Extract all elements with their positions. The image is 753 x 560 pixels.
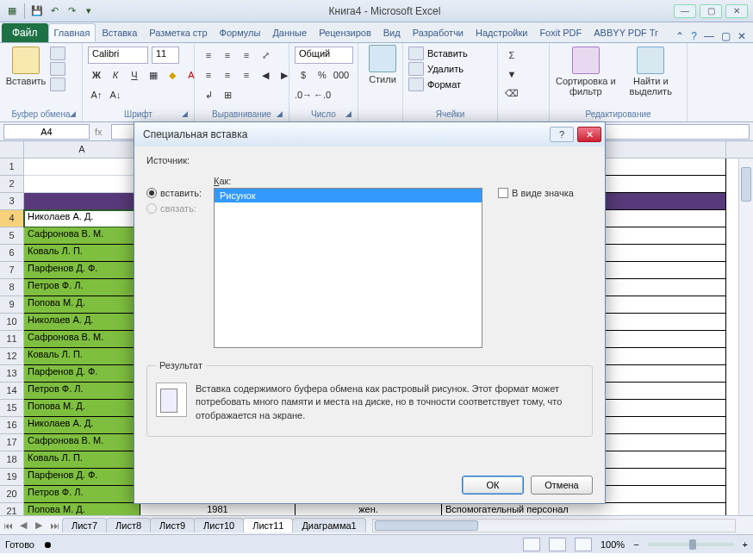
insert-cells-icon[interactable] (408, 47, 424, 60)
sheet-tab[interactable]: Диаграмма1 (292, 518, 365, 532)
cell[interactable]: Петров Ф. Л. (24, 383, 140, 400)
row-header[interactable]: 13 (0, 365, 24, 383)
ribbon-tab[interactable]: Разработчи (407, 23, 470, 42)
insert-cells-label[interactable]: Вставить (427, 48, 468, 59)
sheet-tab[interactable]: Лист10 (194, 518, 244, 532)
cell[interactable]: 1981 (140, 503, 296, 515)
align-right-button[interactable]: ≡ (238, 66, 255, 84)
cell[interactable]: Петров Ф. Л. (24, 486, 140, 503)
comma-button[interactable]: 000 (333, 66, 350, 84)
cell[interactable]: Коваль Л. П. (24, 245, 140, 262)
copy-icon[interactable] (50, 62, 65, 76)
number-format-select[interactable]: Общий (295, 47, 353, 64)
row-header[interactable]: 6 (0, 245, 24, 262)
ribbon-tab[interactable]: ABBYY PDF Tr (588, 23, 663, 42)
hscroll-thumb[interactable] (375, 520, 478, 531)
font-size-select[interactable]: 11 (152, 47, 179, 64)
paste-button[interactable]: Вставить (5, 47, 47, 86)
ribbon-tab[interactable]: Вид (377, 23, 407, 42)
sort-filter-button[interactable]: Сортировка и фильтр (555, 47, 617, 96)
row-header[interactable]: 10 (0, 314, 24, 331)
cell[interactable]: Николаев А. Д. (24, 210, 140, 227)
format-painter-icon[interactable] (50, 78, 65, 91)
row-header[interactable]: 19 (0, 469, 24, 486)
orientation-button[interactable]: ⤢ (257, 47, 274, 64)
vscroll-thumb[interactable] (741, 167, 751, 202)
sheet-nav-prev[interactable]: ◀ (16, 520, 31, 531)
sheet-nav-next[interactable]: ▶ (31, 520, 47, 531)
maximize-button[interactable]: ▢ (700, 4, 722, 18)
find-select-button[interactable]: Найти и выделить (620, 47, 682, 96)
cell[interactable]: Сафронова В. М. (24, 331, 140, 348)
zoom-out-button[interactable]: − (633, 539, 638, 550)
ribbon-tab[interactable]: Foxit PDF (533, 23, 588, 42)
ribbon-tab[interactable]: Надстройки (470, 23, 533, 42)
close-button[interactable]: ✕ (725, 4, 748, 18)
row-header[interactable]: 20 (0, 486, 24, 503)
cell[interactable]: Николаев А. Д. (24, 314, 140, 331)
row-header[interactable]: 15 (0, 400, 24, 417)
bold-button[interactable]: Ж (88, 66, 105, 84)
sheet-nav-last[interactable]: ⏭ (47, 520, 62, 531)
font-name-select[interactable]: Calibri (88, 47, 148, 64)
dialog-help-button[interactable]: ? (550, 127, 574, 142)
view-layout-button[interactable] (549, 538, 566, 551)
align-center-button[interactable]: ≡ (219, 66, 236, 84)
row-header[interactable]: 7 (0, 262, 24, 279)
fill-button[interactable]: ▼ (503, 65, 520, 83)
vertical-scrollbar[interactable] (738, 159, 753, 515)
list-item-selected[interactable]: Рисунок (215, 189, 482, 202)
inc-decimal-button[interactable]: .0→ (295, 86, 312, 103)
grow-font-button[interactable]: A↑ (88, 86, 105, 103)
sheet-tab[interactable]: Лист7 (62, 518, 107, 532)
cell[interactable]: Попова М. Д. (24, 503, 140, 515)
row-header[interactable]: 1 (0, 159, 24, 176)
column-header[interactable]: A (24, 141, 140, 158)
horizontal-scrollbar[interactable] (372, 519, 736, 532)
delete-cells-label[interactable]: Удалить (427, 64, 464, 74)
sheet-tab[interactable]: Лист9 (150, 518, 195, 532)
ribbon-tab[interactable]: Вставка (96, 23, 143, 42)
format-cells-label[interactable]: Формат (427, 79, 461, 90)
percent-button[interactable]: % (314, 66, 331, 84)
doc-restore-icon[interactable]: ▢ (721, 30, 731, 42)
cell[interactable]: Николаев А. Д. (24, 417, 140, 434)
sheet-tab[interactable]: Лист8 (106, 518, 151, 532)
row-header[interactable]: 18 (0, 451, 24, 469)
number-launcher-icon[interactable]: ◢ (345, 109, 356, 120)
zoom-in-button[interactable]: + (743, 539, 748, 550)
radio-insert[interactable]: вставить: (146, 188, 207, 198)
align-bot-button[interactable]: ≡ (238, 47, 255, 64)
cell[interactable]: Парфенов Д. Ф. (24, 262, 140, 279)
cell[interactable]: Попова М. Д. (24, 400, 140, 417)
format-cells-icon[interactable] (408, 78, 424, 91)
font-launcher-icon[interactable]: ◢ (182, 109, 192, 120)
row-header[interactable]: 2 (0, 176, 24, 193)
select-all-corner[interactable] (0, 141, 24, 158)
currency-button[interactable]: $ (295, 66, 312, 84)
indent-dec-button[interactable]: ◀ (257, 66, 274, 84)
underline-button[interactable]: Ч (126, 66, 143, 84)
cell[interactable]: Петров Ф. Л. (24, 279, 140, 296)
cell[interactable] (24, 193, 140, 210)
cell[interactable]: Коваль Л. П. (24, 348, 140, 365)
cut-icon[interactable] (50, 47, 65, 60)
ok-button[interactable]: ОК (462, 476, 524, 495)
row-header[interactable]: 12 (0, 348, 24, 365)
help-icon[interactable]: ? (691, 30, 697, 42)
cell[interactable]: Вспомогательный персонал (442, 503, 726, 515)
row-header[interactable]: 9 (0, 296, 24, 314)
shrink-font-button[interactable]: A↓ (107, 86, 124, 103)
redo-icon[interactable]: ↷ (65, 4, 78, 18)
doc-min-icon[interactable]: — (704, 30, 714, 42)
delete-cells-icon[interactable] (408, 62, 424, 76)
row-header[interactable]: 4 (0, 210, 24, 227)
cell[interactable]: Сафронова В. М. (24, 227, 140, 245)
cell[interactable]: Попова М. Д. (24, 296, 140, 314)
merge-button[interactable]: ⊞ (219, 86, 236, 103)
as-icon-checkbox[interactable]: В виде значка (498, 188, 593, 198)
row-header[interactable]: 16 (0, 417, 24, 434)
row-header[interactable]: 11 (0, 331, 24, 348)
clipboard-launcher-icon[interactable]: ◢ (70, 109, 80, 120)
align-top-button[interactable]: ≡ (200, 47, 217, 64)
